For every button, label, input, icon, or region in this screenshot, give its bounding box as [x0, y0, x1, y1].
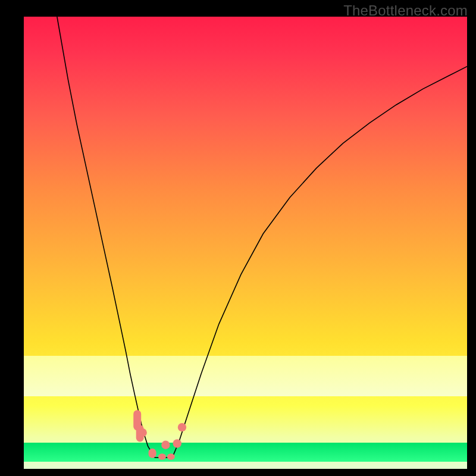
marker-pill: [136, 425, 144, 441]
chart-frame: TheBottleneck.com: [0, 0, 476, 476]
right-curve: [173, 67, 467, 458]
marker-pill: [158, 453, 166, 460]
curve-layer: [24, 17, 467, 469]
marker-dot: [161, 441, 170, 449]
left-curve: [57, 17, 155, 458]
marker-pill: [149, 449, 156, 458]
marker-dot: [173, 439, 181, 447]
plot-area: [24, 17, 467, 469]
marker-pill: [167, 453, 175, 460]
markers-group: [133, 410, 186, 460]
marker-dot: [178, 423, 186, 431]
